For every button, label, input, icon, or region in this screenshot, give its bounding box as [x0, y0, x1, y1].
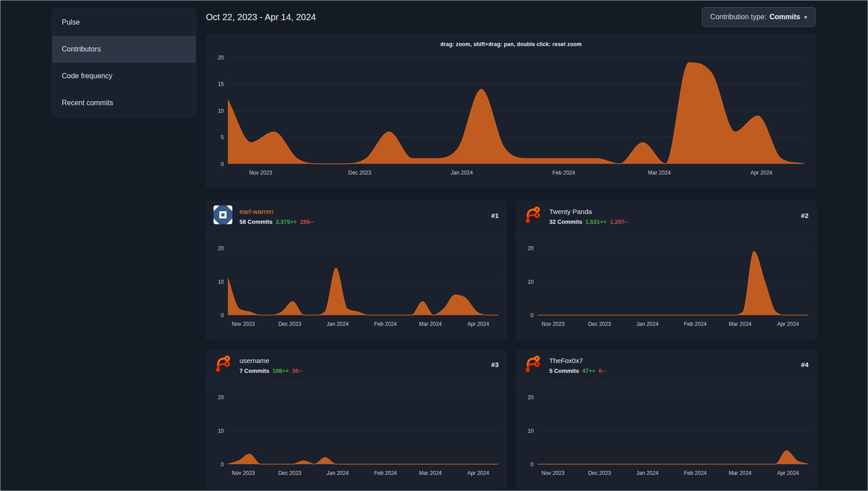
svg-text:Dec 2023: Dec 2023 — [278, 470, 302, 476]
contribution-type-value: Commits — [770, 13, 800, 21]
svg-text:Apr 2024: Apr 2024 — [750, 170, 772, 176]
svg-text:Feb 2024: Feb 2024 — [374, 321, 397, 327]
svg-text:20: 20 — [218, 394, 224, 401]
contributor-additions: 47++ — [582, 367, 595, 374]
svg-text:10: 10 — [528, 428, 534, 434]
sidebar-item-recent-commits[interactable]: Recent commits — [52, 90, 196, 116]
svg-text:Mar 2024: Mar 2024 — [419, 321, 442, 327]
contributor-card-4: TheFox0x7 5 Commits 47++ 6-- #4 01020Nov… — [515, 350, 817, 490]
contributor-commits: 58 Commits — [239, 218, 273, 225]
contributor-rank: #4 — [801, 361, 808, 368]
contribution-type-label: Contribution type: — [710, 13, 766, 21]
svg-text:10: 10 — [528, 279, 534, 285]
contributor-rank: #3 — [491, 361, 499, 368]
svg-text:Apr 2024: Apr 2024 — [467, 321, 489, 327]
svg-text:Nov 2023: Nov 2023 — [232, 321, 255, 327]
svg-text:20: 20 — [528, 394, 534, 401]
svg-text:Nov 2023: Nov 2023 — [542, 470, 565, 476]
svg-text:0: 0 — [530, 461, 534, 468]
forgejo-logo-avatar — [523, 354, 542, 373]
contributor-commits: 5 Commits — [549, 367, 579, 374]
contributor-stats: 7 Commits 108++ 36-- — [239, 367, 302, 374]
svg-text:Feb 2024: Feb 2024 — [684, 470, 707, 476]
contributor-additions: 1,531++ — [586, 218, 607, 225]
svg-text:Dec 2023: Dec 2023 — [278, 321, 302, 327]
svg-text:Apr 2024: Apr 2024 — [467, 470, 489, 476]
contributor-name-link[interactable]: Twenty Panda — [549, 208, 592, 215]
contributor-rank: #1 — [491, 212, 499, 219]
contributor-avatar-identicon — [214, 205, 232, 224]
overall-contributions-panel: drag: zoom, shift+drag: pan, double clic… — [205, 34, 817, 188]
svg-text:0: 0 — [221, 312, 224, 319]
date-range-title: Oct 22, 2023 - Apr 14, 2024 — [206, 12, 316, 22]
contributor-additions: 108++ — [272, 367, 289, 374]
repo-activity-contributors-page: Pulse Contributors Code frequency Recent… — [0, 0, 868, 491]
svg-text:15: 15 — [218, 81, 224, 87]
sidebar-item-pulse[interactable]: Pulse — [52, 9, 196, 36]
svg-text:Mar 2024: Mar 2024 — [729, 321, 752, 327]
contributor-name-link[interactable]: username — [239, 357, 269, 364]
svg-text:20: 20 — [218, 245, 224, 252]
forgejo-logo-avatar — [214, 354, 232, 373]
svg-text:0: 0 — [221, 461, 224, 468]
svg-text:Nov 2023: Nov 2023 — [232, 470, 255, 476]
svg-text:Mar 2024: Mar 2024 — [648, 170, 671, 176]
svg-text:Apr 2024: Apr 2024 — [777, 470, 799, 476]
svg-text:Nov 2023: Nov 2023 — [249, 170, 273, 176]
forgejo-logo-avatar — [523, 205, 542, 224]
contributor-stats: 32 Commits 1,531++ 1,297-- — [549, 218, 629, 225]
contributor-chart-thefox0x7[interactable]: 01020Nov 2023Dec 2023Jan 2024Feb 2024Mar… — [515, 384, 817, 490]
svg-text:Nov 2023: Nov 2023 — [542, 321, 565, 327]
contributor-name-link[interactable]: earl-warren — [239, 208, 274, 215]
svg-text:Feb 2024: Feb 2024 — [552, 170, 575, 176]
caret-down-icon: ▾ — [804, 14, 807, 21]
contributor-chart-username[interactable]: 01020Nov 2023Dec 2023Jan 2024Feb 2024Mar… — [205, 384, 507, 490]
svg-text:0: 0 — [221, 161, 224, 167]
contribution-type-dropdown[interactable]: Contribution type: Commits ▾ — [702, 7, 816, 27]
svg-text:Jan 2024: Jan 2024 — [451, 170, 473, 176]
svg-text:Feb 2024: Feb 2024 — [374, 470, 397, 476]
contributor-deletions: 1,297-- — [610, 218, 628, 225]
svg-text:Dec 2023: Dec 2023 — [348, 170, 372, 176]
contributor-stats: 5 Commits 47++ 6-- — [549, 367, 606, 374]
contributor-deletions: 36-- — [292, 367, 302, 374]
overall-contributions-chart[interactable]: 05101520Nov 2023Dec 2023Jan 2024Feb 2024… — [205, 34, 817, 188]
contributor-card-1: earl-warren 58 Commits 3,375++ 286-- #1 … — [205, 201, 507, 341]
contributor-commits: 32 Commits — [549, 218, 582, 225]
activity-sidebar-menu: Pulse Contributors Code frequency Recent… — [52, 9, 196, 117]
svg-text:Jan 2024: Jan 2024 — [327, 321, 349, 327]
contributor-card-2: Twenty Panda 32 Commits 1,531++ 1,297-- … — [515, 201, 817, 341]
contributor-chart-earl-warren[interactable]: 01020Nov 2023Dec 2023Jan 2024Feb 2024Mar… — [205, 235, 507, 341]
contributor-card-3: username 7 Commits 108++ 36-- #3 01020No… — [205, 350, 507, 490]
contributor-additions: 3,375++ — [276, 218, 297, 225]
svg-text:Apr 2024: Apr 2024 — [777, 321, 799, 327]
svg-text:10: 10 — [218, 108, 224, 114]
svg-text:Dec 2023: Dec 2023 — [588, 321, 611, 327]
svg-text:Jan 2024: Jan 2024 — [327, 470, 349, 476]
sidebar-item-contributors[interactable]: Contributors — [52, 36, 196, 63]
svg-text:20: 20 — [218, 55, 224, 61]
svg-text:10: 10 — [218, 279, 224, 285]
contributor-stats: 58 Commits 3,375++ 286-- — [239, 218, 314, 225]
contributor-deletions: 6-- — [599, 367, 606, 374]
svg-text:Dec 2023: Dec 2023 — [588, 470, 611, 476]
contributor-deletions: 286-- — [300, 218, 313, 225]
svg-text:20: 20 — [528, 245, 534, 252]
svg-text:Jan 2024: Jan 2024 — [637, 321, 659, 327]
svg-text:Jan 2024: Jan 2024 — [637, 470, 659, 476]
svg-text:Mar 2024: Mar 2024 — [729, 470, 752, 476]
contributor-commits: 7 Commits — [239, 367, 269, 374]
svg-text:Mar 2024: Mar 2024 — [419, 470, 442, 476]
contributor-chart-twenty-panda[interactable]: 01020Nov 2023Dec 2023Jan 2024Feb 2024Mar… — [515, 235, 817, 341]
svg-text:5: 5 — [221, 134, 224, 141]
svg-text:0: 0 — [530, 312, 534, 319]
contributor-rank: #2 — [801, 212, 808, 219]
svg-text:10: 10 — [218, 428, 224, 434]
contributor-name-link[interactable]: TheFox0x7 — [549, 357, 583, 364]
svg-text:Feb 2024: Feb 2024 — [684, 321, 707, 327]
sidebar-item-code-frequency[interactable]: Code frequency — [52, 63, 196, 90]
